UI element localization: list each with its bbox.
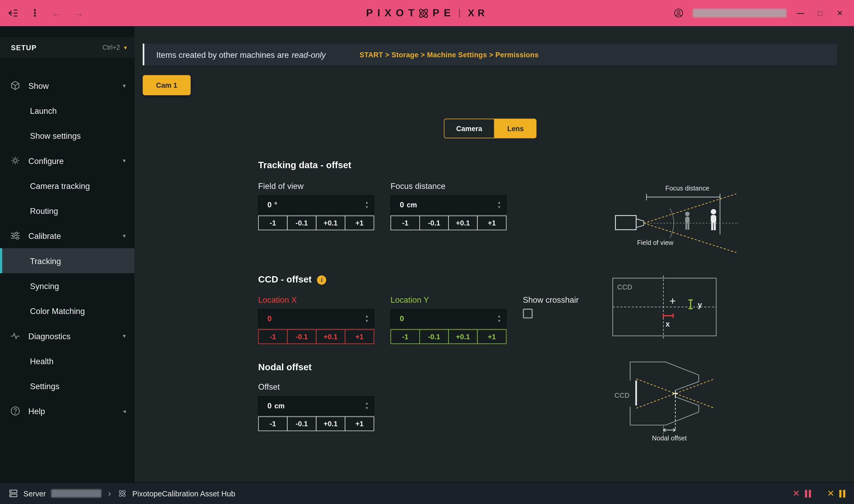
sidebar-item-calibrate[interactable]: Calibrate ▾ [0,223,135,248]
focus-distance-input[interactable]: 0 cm ▲ ▼ [390,196,506,214]
step-minus-01[interactable]: -0.1 [287,416,317,431]
focus-distance-group: Focus distance 0 cm ▲ ▼ -1 -0.1 +0.1 +1 [390,181,506,230]
sidebar-item-camera-tracking[interactable]: Camera tracking [0,173,135,198]
stepper-arrows[interactable]: ▲ ▼ [497,314,501,323]
close-button[interactable]: ✕ [834,9,845,17]
step-minus-01[interactable]: -0.1 [419,329,449,344]
spin-down-icon[interactable]: ▼ [497,205,501,209]
sidebar-item-show-settings[interactable]: Show settings [0,123,135,148]
collapse-sidebar-icon[interactable] [7,7,18,18]
step-plus-1[interactable]: +1 [345,215,374,230]
chevron-down-icon: ▾ [123,332,126,340]
maximize-button[interactable]: □ [815,9,825,17]
sidebar-item-launch[interactable]: Launch [0,98,135,123]
nodal-offset-diagram-caption: Nodal offset [652,435,687,442]
step-plus-01[interactable]: +0.1 [316,215,345,230]
step-plus-1[interactable]: +1 [345,329,374,344]
setup-header[interactable]: SETUP Ctrl+2 ▾ [0,37,135,58]
chevron-down-icon: ▾ [123,232,126,239]
minimize-button[interactable]: — [795,9,806,17]
pixotope-atom-icon [118,489,127,498]
breadcrumb[interactable]: START > Storage > Machine Settings > Per… [360,51,539,59]
statusbar-controls: ✕ ✕ [792,488,845,499]
ccd-diagram: CCD y x [608,275,783,342]
step-plus-01[interactable]: +0.1 [448,215,478,230]
show-crosshair-label: Show crosshair [523,295,579,304]
back-arrow-icon[interactable]: ← [51,7,62,19]
sidebar-item-help[interactable]: Help ◂ [0,398,135,423]
spin-up-icon[interactable]: ▲ [365,314,369,318]
kebab-menu-icon[interactable]: ⋮ [30,7,40,18]
spin-down-icon[interactable]: ▼ [365,205,369,209]
stop-icon-yellow[interactable]: ✕ [827,488,835,499]
pause-icon-pink[interactable] [805,489,811,497]
step-plus-01[interactable]: +0.1 [448,329,478,344]
tab-lens[interactable]: Lens [494,119,537,139]
sidebar-item-label: Routing [30,206,58,215]
step-plus-1[interactable]: +1 [477,329,507,344]
field-of-view-unit: ° [275,200,277,209]
stop-icon-pink[interactable]: ✕ [792,488,800,499]
titlebar-left-controls: ⋮ ← → [0,7,84,19]
step-plus-1[interactable]: +1 [345,416,374,431]
sidebar-item-label: Help [29,406,45,415]
spin-down-icon[interactable]: ▼ [365,319,369,323]
notice-emphasis: read-only [292,50,326,59]
location-y-group: Location Y 0 ▲ ▼ -1 -0.1 +0.1 +1 [390,295,506,344]
pause-icon-yellow[interactable] [839,489,845,497]
show-crosshair-checkbox[interactable] [523,309,533,319]
stepper-arrows[interactable]: ▲ ▼ [365,401,369,410]
spin-up-icon[interactable]: ▲ [497,200,501,204]
step-minus-1[interactable]: -1 [258,215,287,230]
setup-shortcut-group[interactable]: Ctrl+2 ▾ [103,43,127,51]
tab-camera[interactable]: Camera [444,119,494,139]
stepper-arrows[interactable]: ▲ ▼ [365,314,369,323]
location-x-steppers: -1 -0.1 +0.1 +1 [258,329,374,344]
sidebar-nav: Show ▾ Launch Show settings Configure ▾ [0,73,135,424]
location-x-input[interactable]: 0 ▲ ▼ [258,309,374,328]
spin-down-icon[interactable]: ▼ [497,319,501,323]
cam-1-tab[interactable]: Cam 1 [143,75,191,95]
step-minus-01[interactable]: -0.1 [287,215,317,230]
step-minus-01[interactable]: -0.1 [419,215,449,230]
sidebar-item-configure[interactable]: Configure ▾ [0,148,135,173]
sidebar-item-color-matching[interactable]: Color Matching [0,298,135,323]
sidebar-item-health[interactable]: Health [0,348,135,373]
step-plus-01[interactable]: +0.1 [316,329,345,344]
sidebar-item-syncing[interactable]: Syncing [0,273,135,298]
chevron-right-icon: › [108,488,111,499]
user-account-icon[interactable] [673,7,684,18]
logo-divider: | [458,7,461,18]
step-minus-1[interactable]: -1 [390,329,420,344]
sidebar-item-routing[interactable]: Routing [0,198,135,223]
sidebar-item-settings[interactable]: Settings [0,373,135,398]
field-of-view-diagram-label: Field of view [637,239,673,246]
step-plus-01[interactable]: +0.1 [316,416,345,431]
atom-icon [417,7,430,19]
location-y-steppers: -1 -0.1 +0.1 +1 [390,329,506,344]
step-minus-1[interactable]: -1 [258,416,287,431]
asset-hub-label[interactable]: PixotopeCalibration Asset Hub [132,489,235,498]
x-offset-label: x [665,320,670,328]
stepper-arrows[interactable]: ▲ ▼ [365,200,369,209]
spin-up-icon[interactable]: ▲ [497,314,501,318]
info-icon[interactable]: i [317,275,326,284]
step-minus-1[interactable]: -1 [258,329,287,344]
server-name-redacted [51,489,102,498]
spin-up-icon[interactable]: ▲ [365,200,369,204]
spin-down-icon[interactable]: ▼ [365,406,369,410]
sidebar-item-diagnostics[interactable]: Diagnostics ▾ [0,323,135,348]
nodal-offset-input[interactable]: 0 cm ▲ ▼ [258,396,374,415]
field-of-view-input[interactable]: 0 ° ▲ ▼ [258,196,374,214]
step-plus-1[interactable]: +1 [477,215,507,230]
sidebar-item-show[interactable]: Show ▾ [0,73,135,98]
step-minus-01[interactable]: -0.1 [287,329,317,344]
step-minus-1[interactable]: -1 [390,215,420,230]
sidebar-item-tracking[interactable]: Tracking [0,248,135,273]
spin-up-icon[interactable]: ▲ [365,401,369,405]
location-x-label: Location X [258,295,374,305]
tracking-offset-title: Tracking data - offset [258,160,351,171]
location-y-input[interactable]: 0 ▲ ▼ [390,309,506,328]
forward-arrow-icon[interactable]: → [73,7,84,19]
stepper-arrows[interactable]: ▲ ▼ [497,200,501,209]
